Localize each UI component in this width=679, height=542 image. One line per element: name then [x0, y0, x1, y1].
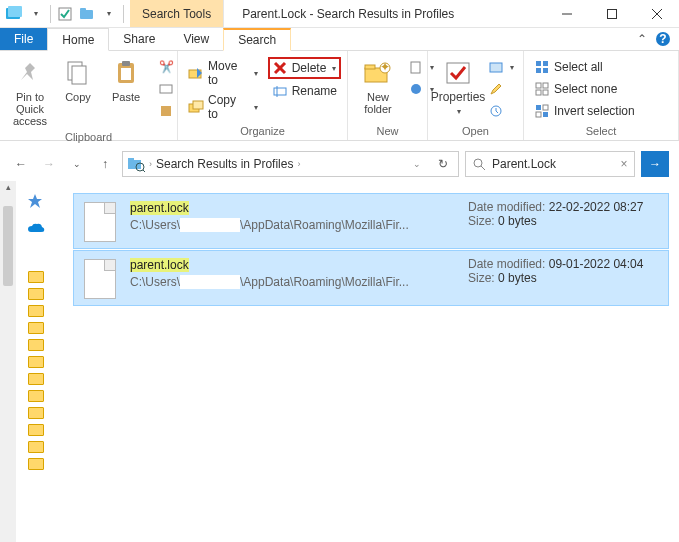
search-tools-context-tab: Search Tools	[130, 0, 224, 27]
svg-line-49	[143, 170, 145, 172]
close-button[interactable]	[634, 0, 679, 27]
svg-rect-16	[160, 85, 172, 93]
copy-path-button[interactable]	[154, 79, 178, 99]
file-icon	[84, 259, 116, 299]
paste-icon	[110, 57, 142, 89]
quick-access-toolbar: ▾ ▾	[0, 0, 130, 27]
scroll-thumb[interactable]	[3, 206, 13, 286]
search-box[interactable]: Parent.Lock ×	[465, 151, 635, 177]
folder-icon[interactable]	[28, 356, 44, 368]
paste-button[interactable]: Paste	[102, 55, 150, 105]
copy-to-button[interactable]: Copy to▾	[184, 91, 262, 123]
folder-icon[interactable]	[28, 271, 44, 283]
invert-selection-button[interactable]: Invert selection	[530, 101, 639, 121]
new-folder-icon[interactable]	[77, 4, 97, 24]
folder-icon[interactable]	[28, 339, 44, 351]
folder-icon[interactable]	[28, 458, 44, 470]
search-location-icon	[127, 156, 145, 172]
title-bar: ▾ ▾ Search Tools Parent.Lock - Search Re…	[0, 0, 679, 28]
svg-rect-23	[274, 88, 286, 95]
svg-rect-17	[161, 106, 171, 116]
pin-to-quick-access-button[interactable]: Pin to Quick access	[6, 55, 54, 129]
quick-access-icon[interactable]	[27, 193, 45, 209]
select-none-icon	[534, 81, 550, 97]
edit-icon	[488, 81, 504, 97]
history-button[interactable]	[484, 101, 518, 121]
minimize-button[interactable]	[544, 0, 589, 27]
result-row[interactable]: parent.lock C:\Users\ \AppData\Roaming\M…	[73, 193, 669, 249]
separator	[50, 5, 51, 23]
qat-customize-icon[interactable]: ▾	[99, 4, 119, 24]
recent-locations-button[interactable]: ⌄	[66, 153, 88, 175]
folder-tree[interactable]	[28, 271, 44, 470]
new-folder-button[interactable]: ✦ New folder	[354, 55, 402, 117]
folder-icon[interactable]	[28, 288, 44, 300]
result-filename: parent.lock	[130, 257, 458, 272]
svg-rect-20	[193, 101, 203, 109]
tab-search[interactable]: Search	[223, 28, 291, 51]
edit-button[interactable]	[484, 79, 518, 99]
svg-rect-36	[536, 68, 541, 73]
nav-scrollbar[interactable]: ▴	[0, 181, 16, 542]
delete-icon	[272, 60, 288, 76]
folder-icon[interactable]	[28, 424, 44, 436]
tab-share[interactable]: Share	[109, 28, 169, 50]
delete-button[interactable]: Delete▾	[268, 57, 341, 79]
minimize-ribbon-icon[interactable]: ⌃	[637, 32, 647, 46]
onedrive-icon[interactable]	[27, 223, 45, 239]
separator	[123, 5, 124, 23]
qat-dropdown-icon[interactable]: ▾	[26, 4, 46, 24]
search-go-button[interactable]: →	[641, 151, 669, 177]
paste-shortcut-button[interactable]	[154, 101, 178, 121]
new-item-icon	[408, 59, 424, 75]
scroll-up-icon[interactable]: ▴	[6, 182, 11, 192]
rename-button[interactable]: Rename	[268, 81, 341, 101]
svg-rect-46	[128, 160, 141, 169]
svg-rect-42	[536, 105, 541, 110]
folder-icon[interactable]	[28, 441, 44, 453]
file-icon	[84, 202, 116, 242]
svg-text:?: ?	[659, 32, 666, 46]
folder-icon[interactable]	[28, 373, 44, 385]
svg-rect-34	[536, 61, 541, 66]
folder-icon[interactable]	[28, 407, 44, 419]
address-dropdown-icon[interactable]: ⌄	[406, 153, 428, 175]
svg-point-30	[411, 84, 421, 94]
group-label-open: Open	[428, 123, 523, 140]
explorer-icon	[4, 4, 24, 24]
tab-file[interactable]: File	[0, 28, 47, 50]
maximize-button[interactable]	[589, 0, 634, 27]
tab-view[interactable]: View	[169, 28, 223, 50]
navigation-row: ← → ⌄ ↑ › Search Results in Profiles › ⌄…	[0, 147, 679, 181]
result-path: C:\Users\ \AppData\Roaming\Mozilla\Fir..…	[130, 218, 458, 232]
select-all-button[interactable]: Select all	[530, 57, 639, 77]
address-bar[interactable]: › Search Results in Profiles › ⌄ ↻	[122, 151, 459, 177]
svg-rect-6	[607, 9, 616, 18]
breadcrumb[interactable]: Search Results in Profiles	[156, 157, 293, 171]
svg-rect-1	[8, 6, 22, 17]
svg-rect-43	[543, 105, 548, 110]
window-controls	[544, 0, 679, 27]
open-button[interactable]: ▾	[484, 57, 518, 77]
help-icon[interactable]: ?	[655, 31, 671, 47]
folder-icon[interactable]	[28, 322, 44, 334]
group-label-clipboard: Clipboard	[0, 129, 177, 146]
navigation-pane[interactable]: ▴	[0, 181, 55, 542]
copy-button[interactable]: Copy	[54, 55, 102, 105]
cut-button[interactable]: ✂️	[154, 57, 178, 77]
easy-access-icon	[408, 81, 424, 97]
result-row[interactable]: parent.lock C:\Users\ \AppData\Roaming\M…	[73, 250, 669, 306]
refresh-button[interactable]: ↻	[432, 153, 454, 175]
folder-icon[interactable]	[28, 390, 44, 402]
properties-icon[interactable]	[55, 4, 75, 24]
up-button[interactable]: ↑	[94, 153, 116, 175]
move-to-button[interactable]: Move to▾	[184, 57, 262, 89]
forward-button[interactable]: →	[38, 153, 60, 175]
clear-search-button[interactable]: ×	[614, 157, 634, 171]
window-title: Parent.Lock - Search Results in Profiles	[224, 0, 544, 27]
tab-home[interactable]: Home	[47, 28, 109, 51]
properties-button[interactable]: Properties ▾	[434, 55, 482, 119]
back-button[interactable]: ←	[10, 153, 32, 175]
select-none-button[interactable]: Select none	[530, 79, 639, 99]
folder-icon[interactable]	[28, 305, 44, 317]
